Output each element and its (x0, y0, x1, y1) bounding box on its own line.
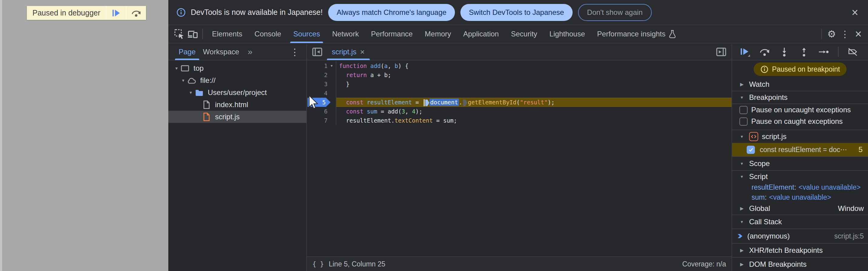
collapse-arrow-icon[interactable]: ▶ (738, 248, 745, 253)
collapse-arrow-icon[interactable]: ▶ (738, 82, 745, 87)
breakpoint-list: ▾ script.js const resultElement = doc⋯ 5 (732, 129, 868, 156)
step-over-button[interactable] (126, 6, 146, 20)
tab-security[interactable]: Security (505, 25, 544, 43)
step-out-icon[interactable] (799, 47, 809, 57)
code-text: } (336, 80, 732, 89)
code-token (367, 62, 370, 69)
active-frame-arrow-icon (737, 233, 744, 239)
code-token (363, 108, 367, 115)
section-breakpoints[interactable]: ▾ Breakpoints (732, 91, 868, 103)
tab-application[interactable]: Application (457, 25, 505, 43)
fold-arrow-icon[interactable]: ▾ (328, 61, 336, 70)
device-toolbar-button[interactable] (186, 27, 199, 41)
dont-show-again-button[interactable]: Don't show again (578, 4, 652, 21)
tab-memory[interactable]: Memory (419, 25, 457, 43)
line-number[interactable]: 2 (307, 70, 328, 80)
tab-lighthouse[interactable]: Lighthouse (543, 25, 591, 43)
inline-step-marker (463, 99, 467, 106)
tab-performance[interactable]: Performance (365, 25, 418, 43)
switch-to-japanese-button[interactable]: Switch DevTools to Japanese (460, 4, 572, 21)
expand-arrow-icon[interactable]: ▾ (738, 219, 745, 224)
resume-script-button[interactable] (739, 47, 750, 57)
code-editor[interactable]: 1▾function add(a, b) {2 return a + b;3 }… (307, 60, 732, 257)
code-token: . (459, 99, 462, 106)
hide-navigator-icon[interactable] (311, 45, 324, 59)
pause-caught-row[interactable]: Pause on caught exceptions (732, 116, 868, 127)
collapse-arrow-icon[interactable]: ▶ (738, 206, 745, 211)
tab-workspace[interactable]: Workspace (199, 44, 243, 60)
checkbox-label: Pause on caught exceptions (751, 117, 843, 126)
line-number[interactable]: 3 (307, 80, 328, 89)
collapse-arrow-icon[interactable]: ▶ (738, 262, 745, 267)
fold-spacer (328, 107, 336, 116)
section-call-stack[interactable]: ▾ Call Stack (732, 215, 868, 229)
code-token (339, 108, 346, 115)
code-line: 6 const sum = add(3, 4); (307, 107, 732, 116)
tab-console[interactable]: Console (248, 25, 287, 43)
code-token: ( (381, 62, 384, 69)
resume-script-button[interactable] (106, 6, 126, 20)
scope-variable[interactable]: sum: <value unavailable> (732, 192, 868, 203)
line-number[interactable]: 7 (307, 116, 328, 125)
step-into-icon[interactable] (779, 47, 790, 57)
section-dom-breakpoints[interactable]: ▶ DOM Breakpoints (732, 257, 868, 271)
section-scope[interactable]: ▾ Scope (732, 156, 868, 170)
line-number[interactable]: 1 (307, 61, 328, 70)
tree-item-script-js[interactable]: script.js (168, 111, 306, 123)
expand-arrow-icon[interactable]: ▾ (738, 95, 745, 100)
checkbox-unchecked[interactable] (739, 106, 748, 114)
navigator-kebab-icon[interactable]: ⋮ (288, 45, 302, 59)
tree-item-file-protocol[interactable]: ▾ file:// (168, 74, 306, 87)
tree-item-index-html[interactable]: index.html (168, 99, 306, 111)
hide-debugger-sidebar-icon[interactable] (715, 45, 728, 59)
settings-gear-icon[interactable]: ⚙ (825, 27, 838, 41)
step-icon[interactable] (818, 47, 829, 57)
section-watch[interactable]: ▶ Watch (732, 78, 868, 91)
cloud-icon (187, 76, 196, 85)
code-token: sum (367, 108, 377, 115)
call-stack-frame[interactable]: (anonymous) script.js:5 (732, 229, 868, 243)
script-file-icon (202, 112, 211, 122)
info-icon (176, 8, 186, 17)
expand-arrow-icon[interactable]: ▾ (180, 78, 187, 83)
expand-arrow-icon[interactable]: ▾ (738, 134, 745, 139)
experiment-flask-icon (669, 30, 676, 38)
pretty-print-icon[interactable]: { } (312, 260, 324, 268)
expand-arrow-icon[interactable]: ▾ (173, 65, 180, 71)
tab-elements[interactable]: Elements (206, 25, 248, 43)
step-over-icon[interactable] (759, 47, 770, 57)
tab-sources[interactable]: Sources (287, 25, 326, 43)
section-label: XHR/fetch Breakpoints (749, 246, 823, 254)
expand-arrow-icon[interactable]: ▾ (738, 174, 745, 179)
tab-performance-insights[interactable]: Performance insights (591, 25, 682, 43)
code-token: , (405, 108, 412, 115)
notification-close-icon[interactable]: × (850, 7, 860, 18)
more-options-kebab-icon[interactable]: ⋮ (838, 27, 851, 41)
fold-spacer (328, 89, 336, 98)
editor-statusbar: { } Line 5, Column 25 Coverage: n/a (307, 257, 732, 271)
scope-global-group[interactable]: ▶ Global Window (732, 203, 868, 215)
paused-message-text: Paused on breakpoint (772, 65, 840, 73)
tree-item-top[interactable]: ▾ top (168, 62, 306, 74)
checkbox-checked[interactable] (747, 146, 755, 154)
more-tabs-icon[interactable]: » (248, 47, 253, 57)
scope-variable[interactable]: resultElement: <value unavailable> (732, 182, 868, 192)
scope-script-group[interactable]: ▾ Script (732, 171, 868, 182)
checkbox-unchecked[interactable] (739, 117, 748, 126)
pause-uncaught-row[interactable]: Pause on uncaught exceptions (732, 104, 868, 116)
expand-arrow-icon[interactable]: ▾ (187, 90, 194, 95)
devtools-close-icon[interactable]: × (851, 27, 865, 41)
always-match-language-button[interactable]: Always match Chrome's language (328, 4, 455, 21)
tab-network[interactable]: Network (326, 25, 365, 43)
section-xhr-breakpoints[interactable]: ▶ XHR/fetch Breakpoints (732, 243, 868, 257)
breakpoint-entry[interactable]: const resultElement = doc⋯ 5 (732, 143, 868, 156)
tab-close-icon[interactable]: × (360, 47, 365, 57)
tree-item-project-folder[interactable]: ▾ Users/user/project (168, 87, 306, 99)
code-token: "result" (520, 99, 548, 106)
editor-tab-script-js[interactable]: script.js × (327, 44, 370, 60)
breakpoint-file-group[interactable]: ▾ script.js (732, 130, 868, 143)
inspect-element-button[interactable] (173, 27, 186, 41)
tab-page[interactable]: Page (175, 44, 199, 60)
deactivate-breakpoints-icon[interactable] (847, 47, 858, 57)
expand-arrow-icon[interactable]: ▾ (738, 161, 745, 166)
